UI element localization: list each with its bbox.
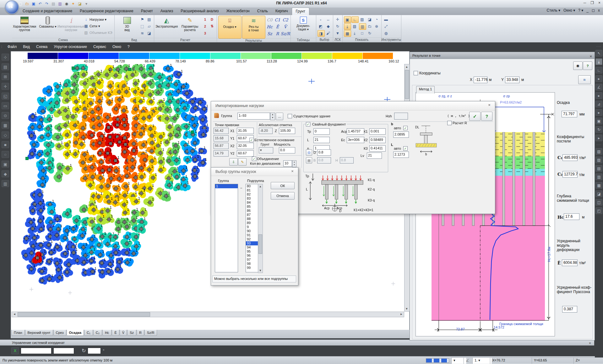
subgroup-list-item[interactable]: 93 — [246, 241, 258, 245]
apply-points-button[interactable]: ⇩ — [229, 158, 238, 166]
subgroup-list-item[interactable]: 95 — [246, 249, 258, 254]
left-tool-12[interactable]: ◆ — [2, 170, 9, 177]
d-field[interactable]: 0.8 — [317, 149, 331, 156]
soil-combo[interactable]: ▾ — [259, 147, 273, 153]
view-tool-10[interactable]: ▸ — [595, 135, 602, 141]
measure-icon[interactable]: ⤢ — [383, 23, 389, 29]
brush-icon[interactable]: 🖌 — [325, 30, 332, 36]
ribbon-tab-Расширенное редактирование[interactable]: Расширенное редактирование — [76, 8, 137, 15]
step-combo[interactable]: 1. ▾ — [472, 357, 492, 364]
ranges-field[interactable]: 10 — [283, 160, 292, 167]
move-axes-icon[interactable]: ✛ — [334, 16, 341, 22]
coord-field-1[interactable] — [21, 348, 52, 354]
subgroup-list-item[interactable]: 88 — [246, 217, 258, 221]
left-tool-8[interactable]: ◇ — [2, 131, 9, 138]
left-tool-9[interactable]: ■ — [2, 141, 9, 148]
pick-icon[interactable]: ✦ — [70, 1, 76, 6]
ribbon-item-Сети[interactable]: ▦Сети ▾ — [83, 23, 113, 29]
existing-building-checkbox[interactable] — [288, 114, 292, 118]
view-tool-1[interactable]: ⤓ — [595, 58, 602, 65]
ribbon-item-Нагрузки[interactable]: ↓Нагрузки ▾ — [83, 16, 113, 23]
pile-checkbox[interactable]: ✓ — [306, 122, 310, 126]
raschet-r-checkbox[interactable] — [447, 121, 452, 125]
toggle-sel-icon[interactable]: ◩ — [318, 23, 324, 29]
ribbon-tab-Анализ[interactable]: Анализ — [157, 8, 177, 15]
loads-dialog-titlebar[interactable]: Импортированные нагрузки × — [211, 101, 495, 110]
view-tool-0[interactable]: ↖ — [595, 50, 602, 56]
maximize-icon[interactable]: ❐ — [590, 1, 594, 5]
fragment-icon[interactable]: ▣ — [344, 16, 351, 23]
ribbon-button-Осадка[interactable]: ⍗Осадка ▾ — [218, 16, 242, 39]
pile-param-field[interactable]: 0.41411 — [369, 145, 386, 152]
scroll-up-icon[interactable]: ▲ — [405, 65, 409, 69]
ribbon-button-Докумен--тация[interactable]: SДокумен- тация ▾ — [292, 16, 315, 38]
apply-down-icon[interactable]: ⤓ — [344, 23, 351, 30]
add-node-icon[interactable]: ₊ — [318, 16, 324, 22]
add-elem-icon[interactable]: ◨ — [318, 30, 325, 37]
result-button-V̄[interactable]: V̄ — [282, 24, 289, 30]
pile-param-field[interactable]: 0 — [313, 128, 330, 135]
result-button-Sz/R[interactable]: Sz/R — [282, 30, 289, 37]
save-lsk-icon[interactable]: ▼ — [334, 30, 341, 36]
method-tab[interactable]: Метод 1 — [416, 86, 435, 94]
show-grid-icon[interactable]: ▦ — [344, 30, 351, 37]
globe-settings-icon[interactable]: ◍ — [383, 30, 389, 36]
group-list-item[interactable]: 1 — [215, 184, 238, 188]
block-icon[interactable]: ◪ — [77, 1, 83, 6]
group-combo[interactable]: 1–93 — [237, 113, 270, 120]
subgroup-list-item[interactable]: 90 — [246, 229, 258, 233]
coords-checkbox[interactable] — [414, 71, 418, 75]
subgroup-list-item[interactable]: 91 — [246, 233, 258, 237]
view-tool-7[interactable]: ▸ — [595, 109, 602, 116]
ribbon-tab-Кирпич[interactable]: Кирпич — [272, 8, 292, 15]
spring-button[interactable]: ≋ — [578, 75, 591, 84]
subgroup-list-item[interactable]: 83 — [246, 196, 258, 201]
view-tool-2[interactable]: ∟ — [595, 67, 602, 73]
ribbon-tab-Расширенный анализ[interactable]: Расширенный анализ — [177, 8, 222, 15]
result-button-R[interactable]: R — [274, 30, 281, 37]
view-tab-R[interactable]: R — [137, 330, 144, 336]
point-field-2[interactable]: 60.67 — [237, 150, 254, 157]
scroll-right-icon[interactable]: ► — [399, 312, 404, 316]
minimize-icon[interactable]: ─ — [584, 1, 586, 5]
result-button-Sz[interactable]: Sz — [266, 30, 274, 37]
ribbon-button-Параметры-расчета[interactable]: ✎Параметры расчета — [179, 16, 201, 38]
pile-param-field[interactable]: 21 — [313, 137, 330, 143]
menu-Окно[interactable]: Окно ▾ — [563, 8, 575, 13]
palette-icon[interactable]: ▨ — [359, 16, 366, 22]
more-icon[interactable]: ▾ — [84, 1, 89, 6]
apply-5-icon[interactable]: ⤓ — [351, 30, 358, 36]
view-tab-Срез[interactable]: Срез — [53, 330, 66, 336]
ok-button[interactable]: ОК — [271, 182, 295, 189]
ribbon-restore-icon[interactable]: ◻ — [592, 8, 595, 13]
result-button-C1[interactable]: C1 — [274, 17, 281, 23]
subgroup-list-item[interactable]: 82 — [246, 192, 258, 196]
rotate-axes-icon[interactable]: ↻ — [334, 23, 341, 29]
l-auto-checkbox[interactable]: ✓ — [403, 146, 408, 151]
group-list[interactable]: 1 — [215, 184, 238, 272]
pile-param-field[interactable]: 0.58489 — [369, 137, 386, 143]
left-tool-13[interactable]: ▥ — [2, 180, 9, 187]
subgroup-list-item[interactable]: 80 — [246, 184, 258, 188]
ribbon-close-icon[interactable]: x — [598, 8, 600, 13]
view-tab-Sz[interactable]: Sz — [127, 330, 136, 336]
view-tab-Осадка[interactable]: Осадка — [67, 330, 84, 336]
natural-base-checkbox[interactable]: ✓ — [249, 138, 254, 142]
app-logo-icon[interactable]: Л — [5, 0, 19, 14]
ribbon-button-Рез-ты-в-точке[interactable]: ≋Рез-ты в точке — [242, 16, 265, 39]
spring-icon[interactable]: ≋ — [139, 30, 146, 36]
lv-field[interactable]: 21 — [367, 153, 382, 159]
proj-tool-3[interactable]: ▥ — [595, 174, 602, 180]
left-tool-10[interactable]: ○ — [2, 151, 9, 158]
polygon-icon[interactable]: ▱ — [146, 23, 153, 29]
ribbon-tab-Создание и редактирование[interactable]: Создание и редактирование — [19, 8, 76, 15]
subgroup-list-item[interactable]: 92 — [246, 237, 258, 241]
subgroup-list-item[interactable]: 87 — [246, 213, 258, 217]
ranges-spinner[interactable]: ▲▼ — [292, 160, 296, 167]
ribbon-tab-Расчет[interactable]: Расчет — [137, 8, 157, 15]
pile-2-icon[interactable]: 2 — [202, 23, 209, 29]
menu-?[interactable]: ? ▾ — [578, 8, 583, 13]
marquee-icon[interactable]: ⬚ — [139, 23, 146, 29]
thickness-field[interactable]: 0.0 — [279, 147, 295, 153]
abs-v2-field[interactable]: 105.00 — [279, 128, 295, 134]
